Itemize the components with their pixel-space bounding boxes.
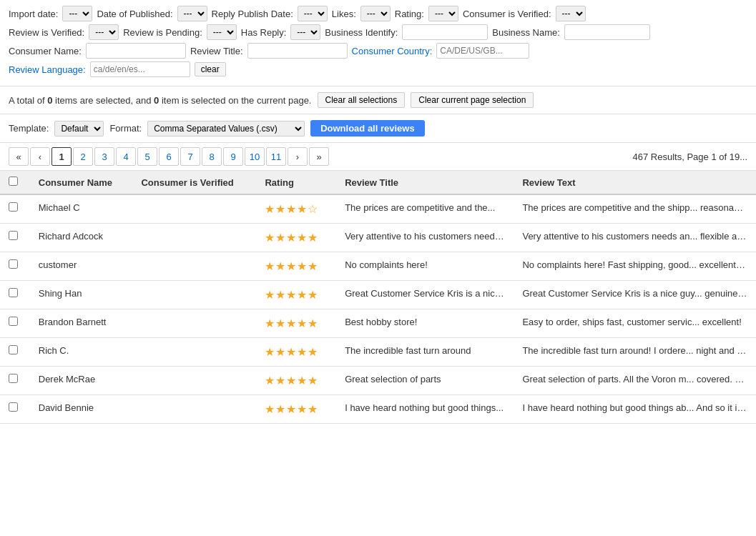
row-review-text: I have heard nothing but good things ab.… [514,395,756,424]
next-page-button[interactable]: › [288,147,308,166]
likes-select[interactable]: --- [360,6,391,21]
has-reply-select[interactable]: --- [290,24,320,40]
reviews-table: Consumer Name Consumer is Verified Ratin… [0,171,756,424]
row-review-title: The incredible fast turn around [336,338,514,367]
row-checkbox-1[interactable] [9,231,18,240]
review-verified-label: Review is Verified: [9,27,84,38]
row-rating: ★★★★★ [256,395,336,424]
page-8-button[interactable]: 8 [202,147,222,166]
row-review-title: Best hobby store! [336,309,514,338]
page-1-button[interactable]: 1 [51,147,72,166]
prev-page-button[interactable]: ‹ [30,147,50,166]
last-page-button[interactable]: » [309,147,329,166]
header-review-title: Review Title [336,171,514,194]
filter-row-3: Consumer Name: Review Title: Consumer Co… [9,43,747,59]
table-row: Brandon Barnett ★★★★★ Best hobby store! … [0,309,756,338]
row-review-text: Very attentive to his customers needs an… [514,224,756,252]
row-review-text: The incredible fast turn around! I order… [514,338,756,367]
date-published-label: Date of Published: [97,9,172,19]
row-checkbox-5[interactable] [9,345,18,354]
review-language-input[interactable] [90,61,190,77]
reply-publish-date-select[interactable]: --- [298,6,328,21]
import-date-select[interactable]: --- [62,6,92,21]
page-2-button[interactable]: 2 [73,147,93,166]
row-checkbox-2[interactable] [9,259,18,269]
row-checkbox-4[interactable] [9,317,18,326]
clear-page-selection-button[interactable]: Clear current page selection [411,92,534,108]
format-select[interactable]: Comma Separated Values (.csv) [147,121,305,137]
selection-bar: A total of 0 items are selected, and 0 i… [0,86,756,114]
has-reply-label: Has Reply: [241,27,287,38]
row-checkbox-cell [0,309,30,338]
page-10-button[interactable]: 10 [245,147,265,166]
row-consumer-name: David Bennie [30,395,133,424]
review-verified-select[interactable]: --- [89,24,119,40]
page-9-button[interactable]: 9 [223,147,243,166]
select-all-checkbox[interactable] [9,177,18,186]
row-review-title: The prices are competitive and the... [336,194,514,224]
review-pending-select[interactable]: --- [207,24,237,40]
row-consumer-name: Rich C. [30,338,133,367]
business-name-input[interactable] [564,24,650,40]
row-review-title: Great selection of parts [336,367,514,395]
download-section: Template: Default Format: Comma Separate… [0,114,756,143]
table-row: customer ★★★★★ No complaints here! No co… [0,252,756,281]
row-checkbox-3[interactable] [9,288,18,297]
page-5-button[interactable]: 5 [137,147,157,166]
reply-publish-date-label: Reply Publish Date: [212,9,293,19]
row-rating: ★★★★★ [256,224,336,252]
row-checkbox-cell [0,281,30,309]
first-page-button[interactable]: « [9,147,29,166]
table-header-row: Consumer Name Consumer is Verified Ratin… [0,171,756,194]
header-consumer-name: Consumer Name [30,171,133,194]
consumer-verified-select[interactable]: --- [556,6,586,21]
row-rating: ★★★★★ [256,252,336,281]
header-review-text: Review Text [514,171,756,194]
page-7-button[interactable]: 7 [180,147,200,166]
page-11-button[interactable]: 11 [266,147,286,166]
pagination-bar: « ‹ 1 2 3 4 5 6 7 8 9 10 11 › » 467 Resu… [0,143,756,171]
row-consumer-verified [132,194,256,224]
consumer-country-input[interactable] [436,43,529,59]
row-review-title: I have heard nothing but good things... [336,395,514,424]
row-consumer-verified [132,281,256,309]
business-name-label: Business Name: [492,27,560,38]
download-all-reviews-button[interactable]: Download all reviews [310,120,425,137]
clear-language-button[interactable]: clear [195,62,226,76]
row-checkbox-7[interactable] [9,402,18,412]
template-select[interactable]: Default [54,121,104,137]
row-consumer-name: Richard Adcock [30,224,133,252]
row-rating: ★★★★★ [256,338,336,367]
business-identify-label: Business Identify: [325,27,398,38]
review-language-link[interactable]: Review Language: [9,64,86,75]
pagination: « ‹ 1 2 3 4 5 6 7 8 9 10 11 › » [9,147,329,166]
row-review-title: Very attentive to his customers needs... [336,224,514,252]
row-consumer-verified [132,309,256,338]
row-rating: ★★★★★ [256,281,336,309]
table-row: David Bennie ★★★★★ I have heard nothing … [0,395,756,424]
row-review-title: No complaints here! [336,252,514,281]
business-identify-input[interactable] [402,24,488,40]
rating-select[interactable]: --- [428,6,458,21]
date-published-select[interactable]: --- [177,6,207,21]
row-rating: ★★★★★ [256,309,336,338]
clear-all-selections-button[interactable]: Clear all selections [318,92,406,108]
consumer-name-input[interactable] [86,43,186,59]
table-row: Derek McRae ★★★★★ Great selection of par… [0,367,756,395]
page-4-button[interactable]: 4 [116,147,136,166]
row-checkbox-cell [0,395,30,424]
table-row: Shing Han ★★★★★ Great Customer Service K… [0,281,756,309]
page-3-button[interactable]: 3 [94,147,114,166]
row-consumer-verified [132,252,256,281]
row-checkbox-cell [0,224,30,252]
row-checkbox-6[interactable] [9,374,18,383]
results-text: 467 Results, Page 1 of 19... [633,152,747,162]
row-checkbox-0[interactable] [9,202,18,212]
row-rating: ★★★★☆ [256,194,336,224]
review-title-input[interactable] [247,43,348,59]
consumer-name-label: Consumer Name: [9,46,82,56]
row-review-text: Great Customer Service Kris is a nice gu… [514,281,756,309]
page-6-button[interactable]: 6 [159,147,179,166]
filter-row-1: Import date: --- Date of Published: --- … [9,6,747,21]
table-row: Richard Adcock ★★★★★ Very attentive to h… [0,224,756,252]
